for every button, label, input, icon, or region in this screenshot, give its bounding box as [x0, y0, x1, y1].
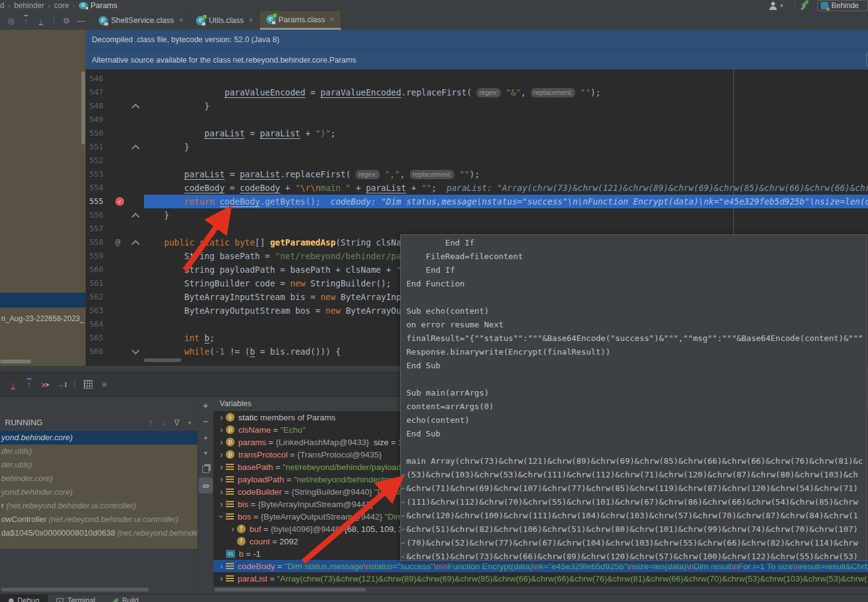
- scroll-to-source-icon[interactable]: ◎: [4, 16, 19, 25]
- fold-collapse-icon[interactable]: [132, 144, 140, 153]
- project-item-label[interactable]: n_Aug-23-222658-2023_: [1, 314, 86, 323]
- tab-close-icon[interactable]: ×: [330, 15, 334, 24]
- gutter-556[interactable]: 556: [86, 208, 144, 222]
- gutter-565[interactable]: 565: [86, 331, 144, 345]
- gutter-566[interactable]: 566: [86, 345, 144, 358]
- breakpoint-icon[interactable]: ✓: [115, 197, 124, 206]
- stack-frame-row[interactable]: yond.behinder.core): [0, 485, 197, 499]
- stack-frame-row[interactable]: yond.behinder.core): [0, 431, 197, 445]
- alt-source-button[interactable]: Beh: [866, 53, 868, 66]
- gutter-552[interactable]: 552: [86, 154, 144, 167]
- layout-settings-icon[interactable]: ≡: [96, 378, 112, 391]
- tree-chevron-icon[interactable]: ›: [217, 474, 226, 484]
- gutter-550[interactable]: 550: [86, 126, 144, 140]
- tree-chevron-icon[interactable]: ›: [217, 487, 226, 497]
- remove-watch-icon[interactable]: −: [198, 413, 213, 429]
- gutter-546[interactable]: 546: [86, 72, 144, 86]
- tree-chevron-icon[interactable]: ›: [217, 425, 226, 435]
- tab-utils-class[interactable]: CUtils.class×: [190, 11, 259, 30]
- gutter-559[interactable]: 559: [86, 249, 144, 263]
- stack-frame-row[interactable]: r (net.rebeyond.behinder.ui.controller): [0, 499, 197, 513]
- expand-all-icon[interactable]: ↑: [19, 16, 34, 25]
- tool-window-tab-debug[interactable]: Debug: [0, 595, 48, 602]
- fold-expand-icon[interactable]: [132, 347, 140, 355]
- prev-frame-icon[interactable]: ↑: [149, 418, 153, 427]
- user-icon[interactable]: [769, 2, 778, 10]
- drop-frame-icon[interactable]: ×▸: [37, 378, 53, 391]
- fold-collapse-icon[interactable]: [132, 213, 140, 221]
- breadcrumb-item-d[interactable]: d: [0, 1, 4, 10]
- step-into-icon[interactable]: ↓: [5, 378, 21, 391]
- gutter-554[interactable]: 554: [86, 181, 144, 195]
- gutter-558[interactable]: 558@: [86, 236, 144, 249]
- run-config-selector[interactable]: Behinde: [817, 0, 868, 11]
- gutter-560[interactable]: 560: [86, 263, 144, 277]
- run-to-cursor-icon[interactable]: →I: [53, 378, 69, 391]
- move-down-icon[interactable]: ▼: [198, 445, 213, 461]
- gutter-564[interactable]: 564: [86, 317, 144, 331]
- tree-chevron-icon[interactable]: ›: [217, 449, 226, 459]
- tree-chevron-icon[interactable]: ›: [217, 499, 226, 509]
- add-watch-icon[interactable]: +: [198, 397, 213, 413]
- frames-horizontal-scrollbar[interactable]: [1, 588, 149, 591]
- gutter-561[interactable]: 561: [86, 277, 144, 290]
- fold-collapse-icon[interactable]: [132, 104, 140, 112]
- tree-chevron-icon[interactable]: ›: [217, 512, 226, 521]
- tree-chevron-icon[interactable]: ›: [217, 573, 226, 583]
- gutter-553[interactable]: 553: [86, 167, 144, 181]
- tree-chevron-icon[interactable]: ›: [217, 561, 226, 571]
- gutter-563[interactable]: 563: [86, 304, 144, 317]
- collapse-all-icon[interactable]: ↓: [34, 16, 48, 25]
- tab-shellservice-class[interactable]: CShellService.class×: [92, 11, 190, 30]
- view-grid-icon[interactable]: [80, 378, 96, 391]
- thread-dropdown-icon[interactable]: ▾: [188, 420, 191, 426]
- stack-frame-row[interactable]: der.utils): [0, 445, 197, 458]
- code-segment: "net/rebeyond/behinder/payl: [275, 251, 411, 261]
- gutter-547[interactable]: 547: [86, 86, 144, 99]
- project-vertical-scrollbar[interactable]: [81, 71, 85, 144]
- tree-chevron-icon[interactable]: ›: [228, 524, 237, 534]
- filter-funnel-icon[interactable]: ∇: [174, 418, 180, 427]
- hide-panel-icon[interactable]: —: [74, 16, 89, 25]
- tree-chevron-icon[interactable]: ›: [217, 412, 226, 422]
- variable-row-paraList[interactable]: ›paraList = "Array(chrw(73)&chrw(121)&ch…: [213, 572, 868, 585]
- stack-frame-row[interactable]: der.utils): [0, 458, 197, 472]
- tab-params-class[interactable]: CParams.class×: [260, 11, 341, 30]
- stack-frame-row[interactable]: behinder.core): [0, 472, 197, 485]
- editor-horizontal-scrollbar[interactable]: [144, 358, 181, 362]
- tab-close-icon[interactable]: ×: [179, 16, 183, 25]
- thread-status-row[interactable]: RUNNING ↑ ↓ ∇ ▾: [0, 414, 197, 431]
- tree-chevron-icon[interactable]: ›: [217, 462, 226, 472]
- variable-row-codeBody[interactable]: ›codeBody = "Dim status,message\nstatus=…: [213, 560, 868, 572]
- breadcrumb-item-behinder[interactable]: behinder: [14, 1, 45, 10]
- gutter-557[interactable]: 557: [86, 222, 144, 236]
- move-up-icon[interactable]: ▲: [198, 429, 213, 445]
- breadcrumb-item-Params[interactable]: Params: [91, 1, 117, 10]
- tool-window-tab-build[interactable]: Build: [104, 595, 148, 602]
- gutter-551[interactable]: 551: [86, 140, 144, 154]
- evaluate-watch-icon[interactable]: ∞: [199, 477, 213, 494]
- duplicate-icon[interactable]: [198, 461, 213, 477]
- gutter-548[interactable]: 548: [86, 99, 144, 113]
- project-selected-row[interactable]: [0, 293, 86, 308]
- tool-window-tab-terminal[interactable]: ▸Terminal: [48, 595, 104, 602]
- step-out-icon[interactable]: ↑: [21, 378, 37, 391]
- stack-frame-row[interactable]: owController (net.rebeyond.behinder.ui.c…: [0, 513, 197, 526]
- variables-horizontal-scrollbar[interactable]: [215, 588, 366, 591]
- gutter-549[interactable]: 549: [86, 113, 144, 126]
- project-panel[interactable]: n_Aug-23-222658-2023_: [0, 30, 86, 366]
- project-horizontal-scrollbar[interactable]: [0, 360, 31, 363]
- next-frame-icon[interactable]: ↓: [161, 418, 166, 427]
- code-segment: ,: [400, 169, 410, 179]
- settings-gear-icon[interactable]: ⚙: [59, 16, 74, 25]
- tree-chevron-icon[interactable]: ›: [217, 437, 226, 447]
- gutter-555[interactable]: 555✓: [86, 195, 144, 208]
- stack-frame-row[interactable]: da$1045/0x00000008010d0638 (net.rebeyond…: [0, 526, 197, 540]
- gutter-562[interactable]: 562: [86, 290, 144, 304]
- fold-collapse-icon[interactable]: [132, 240, 140, 248]
- build-hammer-icon[interactable]: [800, 1, 811, 10]
- variable-value: {byte[4096]@9448}: [271, 525, 342, 534]
- user-caret-icon[interactable]: ▾: [780, 2, 783, 9]
- breadcrumb-item-core[interactable]: core: [54, 1, 69, 10]
- tab-close-icon[interactable]: ×: [249, 16, 253, 25]
